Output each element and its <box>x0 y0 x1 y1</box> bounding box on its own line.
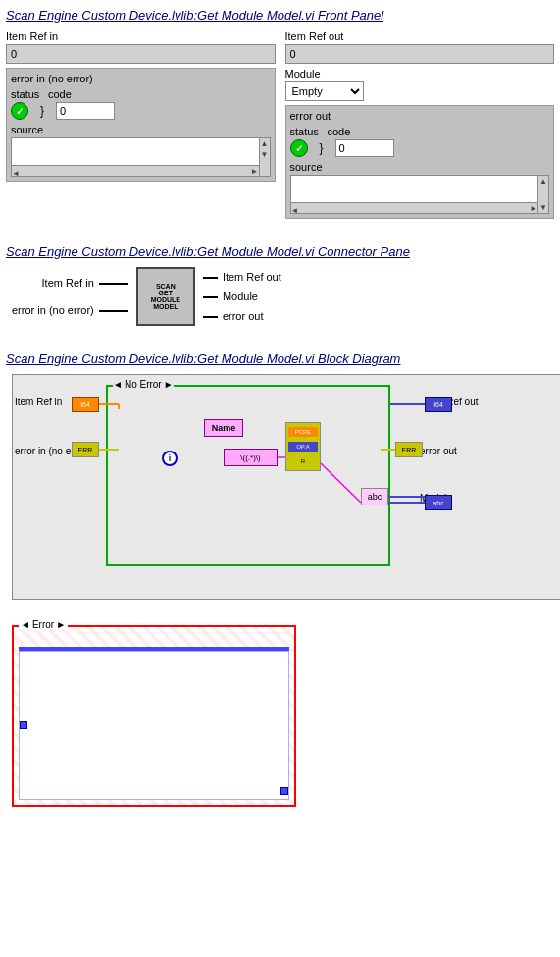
wire-item-ref-in <box>99 283 128 285</box>
wire-module <box>203 296 218 298</box>
code-label-left: code <box>48 88 77 100</box>
connector-pane-layout: Item Ref in error in (no error) SCAN GET… <box>4 263 556 330</box>
vscroll-left[interactable]: ▲ ▼ <box>259 138 270 176</box>
cp-module-label: Module <box>203 291 281 302</box>
connector-pane-section: Scan Engine Custom Device.lvlib:Get Modu… <box>0 237 560 334</box>
error-case-label: ◄ Error ► <box>19 619 68 630</box>
cp-error-in-label: error in (no error) <box>12 304 128 316</box>
error-out-section: error out status code ✓ } source ▲ ▼ <box>285 105 555 219</box>
connector-icon: SCAN GET MODULE MODEL <box>136 267 195 326</box>
error-term-right <box>280 787 288 795</box>
no-error-label: ◄ No Error ► <box>113 379 174 390</box>
cp-left-labels: Item Ref in error in (no error) <box>12 277 128 316</box>
front-panel-content: Item Ref in error in (no error) status c… <box>4 27 556 223</box>
bd-error-out-label: error out <box>420 446 457 456</box>
error-case-box: ◄ Error ► <box>12 625 296 807</box>
error-arrow-left: ◄ <box>21 619 30 630</box>
module-section: Module Empty <box>285 68 555 101</box>
abc-node: abc <box>361 488 388 505</box>
status-label-left: status <box>11 88 40 100</box>
error-code-right[interactable] <box>335 139 394 157</box>
icon-line-get: GET <box>159 290 173 296</box>
no-error-arrow-right: ► <box>164 379 174 390</box>
icon-line-module: MODULE <box>151 296 180 303</box>
front-panel-title: Scan Engine Custom Device.lvlib:Get Modu… <box>4 4 556 27</box>
cp-right-labels: Item Ref out Module error out <box>203 271 281 322</box>
error-arrow-right: ► <box>56 619 66 630</box>
item-ref-in-label: Item Ref in <box>6 30 276 42</box>
wire-error-out <box>203 316 218 318</box>
module-select-row: Empty <box>285 81 555 101</box>
scroll-right-right[interactable]: ► <box>530 203 537 214</box>
fp-right-col: Item Ref out Module Empty error out stat… <box>285 30 555 219</box>
info-node: i <box>162 451 178 466</box>
term-error-out: ERR <box>395 442 423 457</box>
item-ref-out-label: Item Ref out <box>285 30 555 42</box>
hscroll-right[interactable]: ◄ ► <box>291 202 538 213</box>
block-diagram-canvas-outer: Item Ref in error in (no error) Item Ref… <box>8 374 552 600</box>
code-label-right: code <box>328 126 357 137</box>
hscroll-left[interactable]: ◄ ► <box>12 165 259 176</box>
block-diagram-title: Scan Engine Custom Device.lvlib:Get Modu… <box>4 347 556 370</box>
term-item-ref-in: I64 <box>72 397 99 412</box>
source-box-right: ▲ ▼ ◄ ► <box>290 175 550 214</box>
wire-error-in <box>99 310 128 312</box>
scroll-left-left[interactable]: ◄ <box>12 169 20 177</box>
prop-row1: PCRE <box>288 427 318 437</box>
error-out-values-row: ✓ } <box>290 139 550 157</box>
error-in-label: error in (no error) <box>11 73 271 84</box>
item-ref-out-input[interactable] <box>285 44 555 64</box>
scroll-up-right[interactable]: ▲ <box>538 176 548 186</box>
error-code-left[interactable] <box>56 102 115 120</box>
property-node: PCRE OP.A R <box>285 422 321 471</box>
scroll-up-left[interactable]: ▲ <box>260 138 270 149</box>
scroll-down-right[interactable]: ▼ <box>538 202 548 213</box>
cp-item-ref-in-label: Item Ref in <box>12 277 128 289</box>
wire-item-ref-out <box>203 277 218 279</box>
status-led-right: ✓ <box>290 139 308 157</box>
status-label-right: status <box>290 126 320 137</box>
error-case-outer: ◄ Error ► <box>8 625 552 807</box>
scroll-right-left[interactable]: ► <box>251 166 259 177</box>
source-label-right: source <box>290 161 550 173</box>
vscroll-right[interactable]: ▲ ▼ <box>537 176 548 213</box>
icon-line-model: MODEL <box>153 303 178 310</box>
no-error-box: ◄ No Error ► <box>106 385 390 566</box>
error-in-status-row: status code <box>11 88 271 100</box>
icon-line-scan: SCAN <box>156 283 176 290</box>
connector-pane-title: Scan Engine Custom Device.lvlib:Get Modu… <box>4 240 556 263</box>
brace-right: } <box>316 141 328 155</box>
error-case-section: ◄ Error ► <box>0 617 560 815</box>
module-select[interactable]: Empty <box>285 81 364 101</box>
error-out-label: error out <box>290 110 550 122</box>
status-led-left: ✓ <box>11 102 28 120</box>
error-in-section: error in (no error) status code ✓ } sour… <box>6 68 276 182</box>
block-diagram-section: Scan Engine Custom Device.lvlib:Get Modu… <box>0 344 560 608</box>
checkmark-right: ✓ <box>295 143 303 154</box>
block-diagram-canvas: Item Ref in error in (no error) Item Ref… <box>12 374 560 600</box>
name-node: Name <box>204 419 243 437</box>
source-box-left: ▲ ▼ ◄ ► <box>11 137 271 177</box>
source-label-left: source <box>11 124 271 135</box>
prop-row3: R <box>288 456 318 466</box>
prop-row2: OP.A <box>288 442 318 452</box>
front-panel-section: Scan Engine Custom Device.lvlib:Get Modu… <box>0 0 560 227</box>
error-term-left <box>20 721 27 729</box>
checkmark-left: ✓ <box>16 106 24 117</box>
error-inner-area <box>19 651 289 800</box>
regex-node: \((.*)\) <box>224 449 278 466</box>
module-label: Module <box>285 68 555 80</box>
term-error-in: ERR <box>72 442 99 457</box>
scroll-down-left[interactable]: ▼ <box>260 149 270 160</box>
item-ref-in-input[interactable] <box>6 44 276 64</box>
fp-left-col: Item Ref in error in (no error) status c… <box>6 30 276 219</box>
cp-error-out-label: error out <box>203 310 281 322</box>
brace-left: } <box>36 104 48 118</box>
bd-item-ref-in-label: Item Ref in <box>15 397 62 407</box>
term-module: abc <box>425 495 452 510</box>
cp-item-ref-out-label: Item Ref out <box>203 271 281 283</box>
scroll-left-right[interactable]: ◄ <box>291 206 299 214</box>
term-item-ref-out: I64 <box>425 397 452 412</box>
no-error-arrow-left: ◄ <box>113 379 123 390</box>
error-in-values-row: ✓ } <box>11 102 271 120</box>
